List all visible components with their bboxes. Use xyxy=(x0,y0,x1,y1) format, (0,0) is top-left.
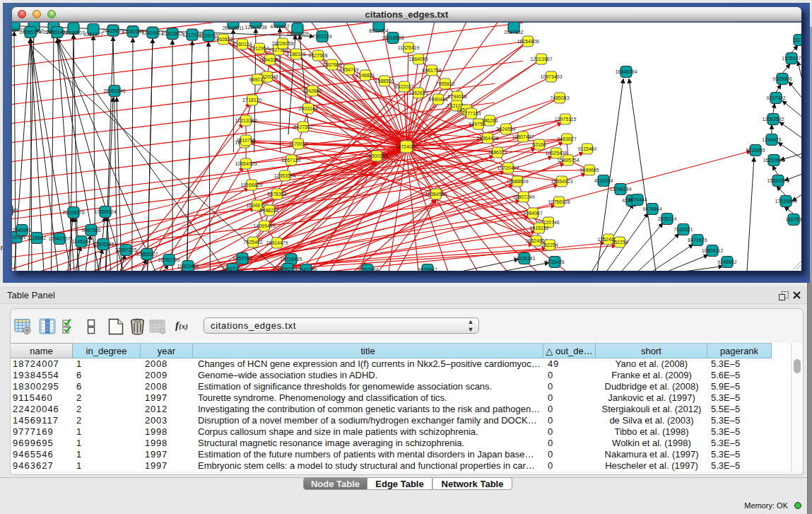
svg-text:9146821: 9146821 xyxy=(355,73,375,78)
svg-text:14136141: 14136141 xyxy=(513,256,535,261)
svg-text:8186328: 8186328 xyxy=(286,52,305,57)
svg-text:5498222: 5498222 xyxy=(259,208,278,213)
svg-text:15180586: 15180586 xyxy=(122,29,143,34)
svg-text:2367608: 2367608 xyxy=(322,62,341,67)
svg-text:7625402: 7625402 xyxy=(243,240,262,245)
svg-text:14099489: 14099489 xyxy=(253,223,275,228)
svg-text:252254: 252254 xyxy=(611,240,628,245)
svg-text:1362615: 1362615 xyxy=(408,90,428,95)
svg-text:1575107: 1575107 xyxy=(782,56,801,61)
svg-text:12213967: 12213967 xyxy=(530,57,552,62)
svg-text:11923468: 11923468 xyxy=(177,264,199,269)
svg-text:10323815: 10323815 xyxy=(161,31,183,36)
svg-text:28053346: 28053346 xyxy=(103,88,125,93)
svg-text:19166829: 19166829 xyxy=(240,182,262,187)
svg-text:21364436: 21364436 xyxy=(476,136,498,141)
svg-text:8322037: 8322037 xyxy=(394,84,413,89)
svg-text:7955812: 7955812 xyxy=(435,81,454,86)
svg-text:9875847: 9875847 xyxy=(418,267,437,271)
svg-text:15716485: 15716485 xyxy=(280,257,302,262)
svg-text:9097586: 9097586 xyxy=(81,228,100,233)
svg-text:9327508: 9327508 xyxy=(308,53,327,58)
svg-text:7485083: 7485083 xyxy=(550,95,569,100)
svg-text:12213382: 12213382 xyxy=(235,118,257,123)
svg-text:19654923: 19654923 xyxy=(551,179,572,184)
svg-text:9463627: 9463627 xyxy=(557,136,576,141)
svg-text:11172: 11172 xyxy=(793,37,801,42)
svg-text:2718120: 2718120 xyxy=(242,98,261,103)
svg-text:9115460: 9115460 xyxy=(578,146,597,151)
svg-text:10973493: 10973493 xyxy=(540,74,562,79)
svg-text:19384554: 19384554 xyxy=(425,192,447,197)
svg-text:20691406: 20691406 xyxy=(46,30,68,35)
svg-text:15692971: 15692971 xyxy=(767,178,789,183)
svg-text:8454749: 8454749 xyxy=(339,67,358,72)
svg-text:9245652: 9245652 xyxy=(717,259,736,264)
svg-text:10807487: 10807487 xyxy=(512,134,534,139)
svg-text:8427552: 8427552 xyxy=(293,124,312,129)
svg-text:13045349: 13045349 xyxy=(12,208,18,213)
svg-text:13748244: 13748244 xyxy=(609,187,631,192)
svg-text:17957225: 17957225 xyxy=(114,247,136,252)
svg-text:1588520: 1588520 xyxy=(375,78,394,83)
svg-text:9329966: 9329966 xyxy=(772,76,792,81)
svg-text:18724007: 18724007 xyxy=(395,144,417,149)
svg-text:21257684: 21257684 xyxy=(356,267,378,271)
svg-text:1615152: 1615152 xyxy=(529,226,548,230)
svg-text:6794028: 6794028 xyxy=(447,94,466,99)
svg-text:16914479: 16914479 xyxy=(266,240,288,245)
svg-text:252254: 252254 xyxy=(541,243,558,247)
svg-text:10688609: 10688609 xyxy=(506,179,528,184)
svg-text:3215955: 3215955 xyxy=(746,148,765,153)
svg-text:19218506: 19218506 xyxy=(382,35,404,40)
svg-text:16782759: 16782759 xyxy=(158,257,180,262)
svg-text:1170012: 1170012 xyxy=(289,141,308,146)
svg-text:25300293: 25300293 xyxy=(365,153,387,158)
svg-text:9227342: 9227342 xyxy=(766,95,785,100)
svg-text:15495754: 15495754 xyxy=(557,158,579,163)
svg-text:9084067: 9084067 xyxy=(523,211,542,216)
svg-text:989017: 989017 xyxy=(249,77,265,82)
svg-text:2345901: 2345901 xyxy=(12,228,31,233)
svg-text:17359924: 17359924 xyxy=(94,209,116,214)
svg-text:12093582: 12093582 xyxy=(762,117,784,122)
svg-text:16033809: 16033809 xyxy=(286,31,308,36)
svg-text:18807249: 18807249 xyxy=(512,194,534,199)
svg-text:8990448: 8990448 xyxy=(428,97,447,102)
svg-text:1910755: 1910755 xyxy=(236,138,255,143)
svg-text:746266: 746266 xyxy=(481,118,498,123)
svg-text:10025438: 10025438 xyxy=(545,151,567,156)
svg-text:16154808: 16154808 xyxy=(517,39,539,44)
svg-text:1864095: 1864095 xyxy=(408,57,428,62)
svg-text:11325419: 11325419 xyxy=(398,45,420,50)
svg-text:15720407: 15720407 xyxy=(497,165,519,170)
svg-text:23226058: 23226058 xyxy=(271,41,293,46)
svg-text:12353594: 12353594 xyxy=(273,173,295,178)
svg-text:1244415: 1244415 xyxy=(762,137,781,142)
svg-text:7357224: 7357224 xyxy=(312,34,331,39)
svg-text:2935114: 2935114 xyxy=(658,216,677,221)
svg-text:12505185: 12505185 xyxy=(92,242,114,247)
svg-text:26618611: 26618611 xyxy=(223,25,245,30)
svg-text:4112034: 4112034 xyxy=(594,178,613,183)
svg-text:8878352: 8878352 xyxy=(267,192,286,197)
svg-text:12975115: 12975115 xyxy=(555,117,577,122)
svg-text:9457791: 9457791 xyxy=(233,256,252,261)
svg-text:12294238: 12294238 xyxy=(245,25,266,30)
svg-text:24425670: 24425670 xyxy=(102,28,124,33)
svg-text:4429607: 4429607 xyxy=(270,24,289,29)
svg-text:2803144: 2803144 xyxy=(298,106,317,111)
svg-text:9474444: 9474444 xyxy=(628,197,647,202)
svg-text:16210643: 16210643 xyxy=(763,158,784,163)
svg-text:6961758: 6961758 xyxy=(422,68,441,73)
svg-text:9699695: 9699695 xyxy=(579,168,599,173)
svg-text:10958107: 10958107 xyxy=(136,252,158,257)
svg-text:8912954: 8912954 xyxy=(249,46,269,51)
svg-text:24055724: 24055724 xyxy=(19,30,41,35)
svg-text:1145194: 1145194 xyxy=(72,239,91,244)
svg-text:62160: 62160 xyxy=(532,142,546,147)
svg-text:16648784: 16648784 xyxy=(615,69,637,74)
svg-text:9777169: 9777169 xyxy=(461,111,481,116)
svg-text:9242845: 9242845 xyxy=(302,88,322,93)
svg-text:17016504: 17016504 xyxy=(775,199,796,204)
